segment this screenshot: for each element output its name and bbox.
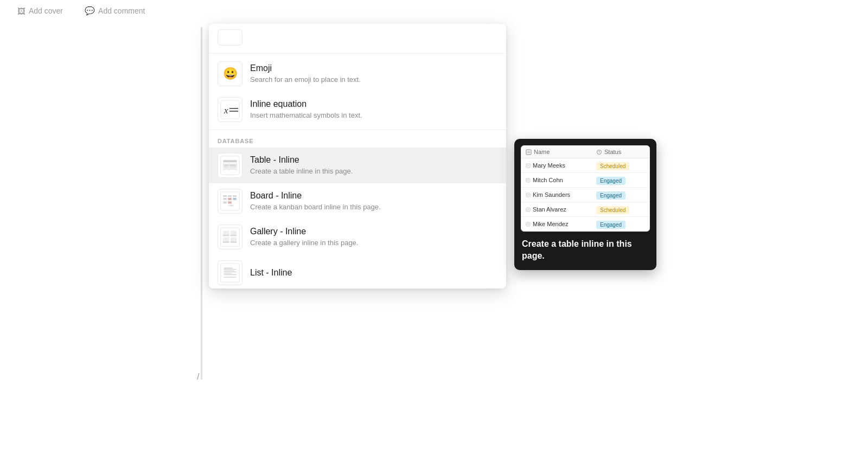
preview-col-name: Name <box>526 149 596 155</box>
svg-rect-55 <box>526 164 530 168</box>
preview-table-header: Name Status <box>521 146 649 158</box>
table-inline-title: Table - Inline <box>250 155 497 166</box>
preview-table: Name Status Mary Meeks Scheduled Mitch C… <box>521 145 650 232</box>
menu-item-gallery-inline[interactable]: Gallery - Inline Create a gallery inline… <box>209 219 506 255</box>
svg-rect-67 <box>526 222 530 226</box>
svg-rect-58 <box>526 178 530 182</box>
svg-rect-19 <box>233 195 237 196</box>
svg-rect-64 <box>526 208 530 212</box>
add-comment-label: Add comment <box>98 7 145 15</box>
preview-status-1: Scheduled <box>596 161 645 170</box>
preview-row-4: Stan Alvarez Scheduled <box>521 202 649 217</box>
truncated-item <box>209 24 506 51</box>
preview-status-5: Engaged <box>596 219 645 229</box>
preview-row-3: Kim Saunders Engaged <box>521 188 649 202</box>
command-palette: 😀 Emoji Search for an emoji to place in … <box>209 24 506 289</box>
emoji-icon: 😀 <box>218 61 242 86</box>
preview-name-5: Mike Mendez <box>526 221 596 227</box>
divider-1 <box>209 53 506 54</box>
preview-tooltip: Name Status Mary Meeks Scheduled Mitch C… <box>514 139 656 270</box>
equation-desc: Insert mathematical symbols in text. <box>250 111 497 120</box>
preview-row-1: Mary Meeks Scheduled <box>521 158 649 173</box>
gallery-inline-title: Gallery - Inline <box>250 226 497 238</box>
svg-rect-46 <box>224 267 233 268</box>
menu-item-list-inline[interactable]: List - Inline <box>209 255 506 289</box>
table-inline-desc: Create a table inline in this page. <box>250 166 497 176</box>
list-inline-icon <box>218 260 242 285</box>
preview-name-3: Kim Saunders <box>526 191 596 198</box>
svg-line-54 <box>599 152 601 153</box>
svg-rect-18 <box>228 195 232 196</box>
equation-title: Inline equation <box>250 99 497 110</box>
menu-item-inline-equation[interactable]: x Inline equation Insert mathematical sy… <box>209 92 506 127</box>
svg-rect-49 <box>526 150 531 155</box>
svg-text:x: x <box>224 105 228 116</box>
svg-rect-12 <box>224 164 229 166</box>
preview-caption: Create a table inline in this page. <box>514 232 656 270</box>
svg-rect-28 <box>234 198 236 199</box>
table-inline-icon <box>218 153 242 178</box>
add-cover-label: Add cover <box>29 7 63 15</box>
svg-rect-17 <box>223 195 227 196</box>
board-inline-icon: + Add <box>218 189 242 214</box>
emoji-desc: Search for an emoji to place in text. <box>250 75 497 85</box>
gallery-inline-desc: Create a gallery inline in this page. <box>250 238 497 248</box>
preview-status-4: Scheduled <box>596 204 645 214</box>
gallery-inline-icon <box>218 225 242 249</box>
toolbar: 🖼 Add cover 💬 Add comment <box>0 0 868 22</box>
add-comment-button[interactable]: 💬 Add comment <box>80 4 149 18</box>
menu-item-board-inline[interactable]: + Add Board - Inline Create a kanban boa… <box>209 183 506 219</box>
board-inline-desc: Create a kanban board inline in this pag… <box>250 202 497 212</box>
preview-name-1: Mary Meeks <box>526 162 596 169</box>
emoji-title: Emoji <box>250 63 497 74</box>
svg-rect-25 <box>224 198 226 199</box>
svg-rect-15 <box>229 167 236 169</box>
svg-rect-61 <box>526 193 530 197</box>
divider-2 <box>209 130 506 130</box>
left-border <box>201 27 202 380</box>
svg-rect-13 <box>229 164 236 166</box>
svg-rect-38 <box>231 235 237 236</box>
svg-text:+ Add: + Add <box>229 204 234 207</box>
svg-rect-39 <box>223 241 229 242</box>
preview-status-3: Engaged <box>596 190 645 200</box>
comment-icon: 💬 <box>85 6 95 16</box>
equation-icon: x <box>218 97 242 122</box>
menu-item-table-inline[interactable]: Table - Inline Create a table inline in … <box>209 148 506 183</box>
svg-rect-5 <box>224 160 237 162</box>
slash-command-indicator: / <box>197 372 199 382</box>
svg-rect-26 <box>224 202 226 203</box>
section-database-header: DATABASE <box>209 132 506 148</box>
preview-name-2: Mitch Cohn <box>526 177 596 183</box>
list-inline-title: List - Inline <box>250 267 497 279</box>
preview-row-2: Mitch Cohn Engaged <box>521 173 649 188</box>
svg-rect-32 <box>221 228 239 246</box>
add-cover-button[interactable]: 🖼 Add cover <box>13 4 67 18</box>
svg-rect-29 <box>229 202 231 203</box>
preview-col-status: Status <box>596 149 645 155</box>
svg-rect-37 <box>223 235 229 236</box>
truncated-icon-placeholder <box>218 29 242 46</box>
svg-rect-47 <box>224 270 235 271</box>
preview-row-5: Mike Mendez Engaged <box>521 217 649 231</box>
image-icon: 🖼 <box>17 7 25 16</box>
svg-rect-27 <box>229 198 231 199</box>
preview-name-4: Stan Alvarez <box>526 206 596 213</box>
svg-rect-48 <box>224 273 232 274</box>
svg-rect-14 <box>224 167 229 169</box>
preview-status-2: Engaged <box>596 175 645 185</box>
board-inline-title: Board - Inline <box>250 190 497 202</box>
svg-rect-40 <box>231 241 237 242</box>
menu-item-emoji[interactable]: 😀 Emoji Search for an emoji to place in … <box>209 56 506 92</box>
